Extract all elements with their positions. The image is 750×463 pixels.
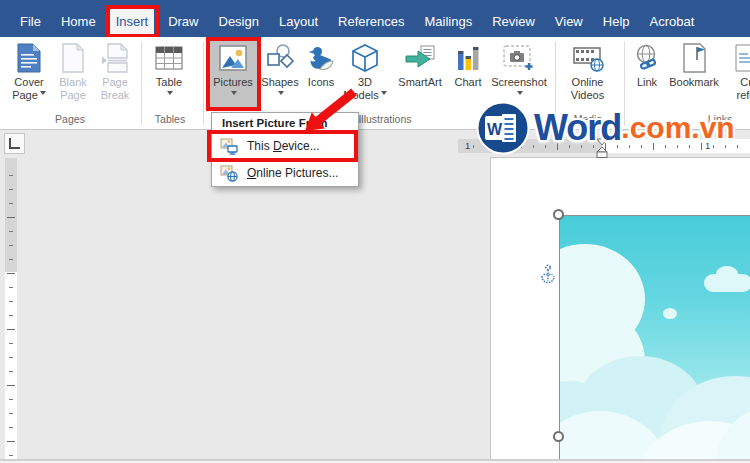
chevron-down-icon (278, 91, 284, 98)
tab-selector[interactable] (4, 133, 25, 154)
cover-page-icon (16, 39, 42, 76)
smartart-label: SmartArt (398, 76, 441, 89)
dropdown-header: Insert Picture From (212, 113, 358, 132)
page-break-icon (100, 39, 130, 76)
cloud (663, 308, 677, 319)
tab-acrobat[interactable]: Acrobat (644, 8, 701, 37)
online-videos-label2: Videos (571, 89, 604, 102)
chevron-down-icon (231, 91, 237, 98)
3d-models-label2: Models (343, 89, 378, 101)
online-videos-icon (572, 39, 604, 76)
cloud (716, 266, 738, 282)
chevron-down-icon (40, 91, 46, 98)
link-label: Link (637, 76, 657, 89)
blank-page-icon (61, 39, 85, 76)
bookmark-icon (680, 39, 708, 76)
chart-label: Chart (455, 76, 482, 89)
anchor-icon[interactable] (540, 264, 556, 290)
accelerator-key: O (247, 166, 256, 180)
indent-marker[interactable] (596, 138, 608, 163)
inserted-picture[interactable] (559, 215, 750, 463)
smartart-icon (404, 39, 436, 76)
shapes-icon (265, 39, 295, 76)
page-break-button[interactable]: Page Break (94, 39, 136, 111)
pictures-icon (218, 39, 248, 76)
smartart-button[interactable]: SmartArt (392, 39, 448, 111)
bookmark-label: Bookmark (669, 76, 719, 89)
cover-page-label: Cover (14, 76, 43, 89)
3d-models-label: 3D (358, 76, 372, 89)
online-videos-label: Online (572, 76, 604, 89)
chart-icon (453, 39, 483, 76)
tab-layout[interactable]: Layout (273, 8, 324, 37)
group-label-media: Media (548, 113, 628, 125)
icons-duck-icon (306, 39, 336, 76)
shapes-button[interactable]: Shapes (258, 39, 302, 111)
ruler-label: 1 (705, 140, 710, 151)
group-label-tables: Tables (130, 113, 210, 125)
ruler-ticks (7, 162, 15, 462)
accelerator-key: D (273, 139, 282, 153)
group-label-links: Links (680, 113, 750, 125)
menu-item-online-pictures[interactable]: Online Pictures... (212, 159, 358, 186)
table-icon (154, 39, 184, 76)
tab-help[interactable]: Help (597, 8, 636, 37)
chevron-down-icon (517, 91, 523, 98)
bookmark-button[interactable]: Bookmark (665, 39, 723, 111)
ribbon: Cover Page Blank Page Page Break Table (0, 37, 750, 130)
page-break-label2: Break (101, 89, 130, 102)
word-window: File Home Insert Draw Design Layout Refe… (0, 0, 750, 463)
blank-page-label2: Page (60, 89, 86, 102)
tab-view[interactable]: View (549, 8, 589, 37)
table-button[interactable]: Table (146, 39, 192, 111)
blank-page-label: Blank (59, 76, 87, 89)
link-icon (632, 39, 662, 76)
selection-handle-top-left[interactable] (553, 209, 564, 220)
pictures-dropdown-menu: Insert Picture From This Device... Onlin… (211, 112, 359, 187)
cover-page-label2: Page (12, 89, 38, 101)
cover-page-button[interactable]: Cover Page (6, 39, 52, 111)
menu-item-this-device[interactable]: This Device... (212, 132, 358, 159)
cross-reference-icon (733, 39, 750, 76)
tab-file[interactable]: File (14, 8, 47, 37)
vertical-ruler[interactable]: 1 (5, 158, 17, 463)
this-device-icon (220, 137, 238, 155)
shapes-label: Shapes (261, 76, 298, 89)
online-pictures-icon (220, 164, 238, 182)
cross-reference-label: Cr (740, 76, 750, 89)
selection-handle-middle-left[interactable] (553, 431, 564, 442)
ruler-label: 1 (465, 140, 470, 151)
icons-label: Icons (308, 76, 334, 89)
group-label-pages: Pages (30, 113, 110, 125)
table-label: Table (156, 76, 182, 89)
chevron-down-icon (167, 91, 173, 98)
screenshot-icon (502, 39, 536, 76)
online-videos-button[interactable]: Online Videos (560, 39, 615, 111)
chart-button[interactable]: Chart (450, 39, 486, 111)
ribbon-tab-bar: File Home Insert Draw Design Layout Refe… (0, 0, 750, 37)
tab-draw[interactable]: Draw (162, 8, 204, 37)
tab-mailings[interactable]: Mailings (419, 8, 479, 37)
cross-reference-label2: refe (737, 89, 750, 102)
page-break-label: Page (102, 76, 128, 89)
pictures-button[interactable]: Pictures (208, 39, 258, 111)
tab-home[interactable]: Home (55, 8, 102, 37)
link-button[interactable]: Link (628, 39, 666, 111)
chevron-down-icon (381, 91, 387, 98)
screenshot-label: Screenshot (491, 76, 547, 89)
3d-models-icon (350, 39, 380, 76)
tab-design[interactable]: Design (213, 8, 265, 37)
tab-review[interactable]: Review (486, 8, 541, 37)
screenshot-button[interactable]: Screenshot (487, 39, 551, 111)
3d-models-button[interactable]: 3D Models (340, 39, 390, 111)
cross-reference-button[interactable]: Cr refe (726, 39, 750, 111)
pictures-label: Pictures (213, 76, 253, 89)
blank-page-button[interactable]: Blank Page (52, 39, 94, 111)
icons-button[interactable]: Icons (302, 39, 340, 111)
tab-selector-icon (9, 138, 20, 149)
tab-references[interactable]: References (332, 8, 410, 37)
tab-insert[interactable]: Insert (110, 8, 155, 37)
